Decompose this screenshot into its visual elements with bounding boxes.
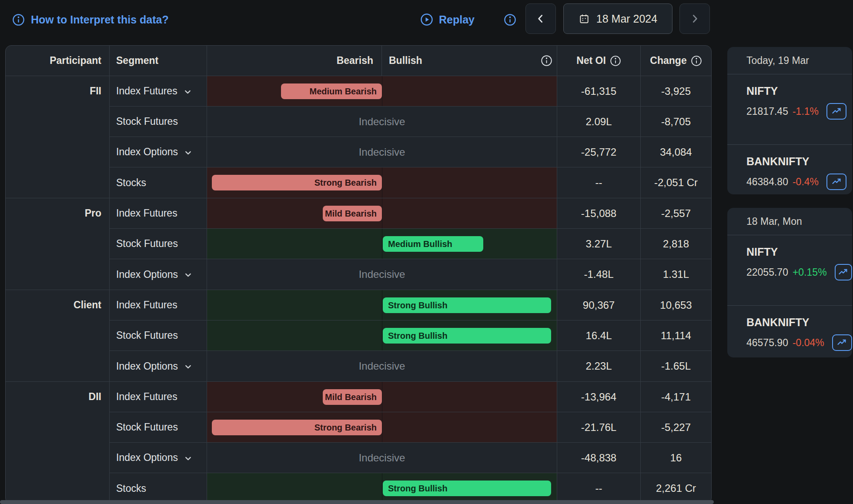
header-segment: Segment	[110, 46, 207, 76]
index-change: +0.15%	[793, 267, 827, 278]
net-oi-value: -13,964	[557, 382, 641, 412]
table-row: Index Futures Medium Bearish -61,315 -3,…	[110, 76, 711, 107]
how-to-interpret-label: How to Interpret this data?	[31, 13, 169, 26]
chevron-down-icon[interactable]	[184, 362, 193, 371]
net-oi-value: -48,838	[557, 443, 641, 473]
net-oi-value: --	[557, 167, 641, 198]
sentiment-bar-cell: Strong Bearish	[207, 412, 557, 442]
previous-day-button[interactable]	[525, 3, 556, 34]
sentiment-info-icon[interactable]	[541, 55, 552, 67]
chevron-down-icon[interactable]	[184, 148, 193, 157]
open-chart-button[interactable]	[835, 264, 852, 280]
index-name: NIFTY	[746, 246, 852, 258]
chevron-down-icon[interactable]	[184, 270, 193, 280]
market-snapshot-card-18-mar: 18 Mar, Mon NIFTY 22055.70 +0.15% BANKNI…	[727, 208, 852, 357]
change-value: -2,557	[641, 198, 711, 228]
participant-group-dii: DII Index Futures Mild Bearish -13,964 -…	[6, 382, 711, 504]
sentiment-bar-cell: Indecisive	[207, 351, 557, 381]
participant-group-pro: Pro Index Futures Mild Bearish -15,088 -…	[6, 198, 711, 290]
table-row: Index Futures Strong Bullish 90,367 10,6…	[110, 290, 711, 320]
next-day-button[interactable]	[679, 3, 710, 34]
segment-cell-stock-futures: Stock Futures	[110, 229, 207, 259]
change-value: -3,925	[641, 76, 711, 106]
sentiment-pill: Medium Bearish	[281, 83, 382, 99]
net-oi-value: -15,088	[557, 198, 641, 228]
sentiment-pill: Mild Bearish	[323, 389, 382, 405]
sentiment-pill: Strong Bearish	[212, 175, 382, 190]
open-chart-button[interactable]	[832, 334, 852, 351]
horizontal-scrollbar[interactable]	[0, 500, 714, 504]
segment-label: Index Options	[116, 360, 178, 372]
open-chart-button[interactable]	[826, 103, 846, 120]
replay-button[interactable]: Replay	[420, 0, 475, 39]
segment-label: Index Options	[116, 269, 178, 280]
date-info-icon[interactable]	[504, 0, 516, 39]
net-oi-info-icon[interactable]	[610, 55, 621, 67]
calendar-icon	[579, 13, 590, 24]
segment-cell-index-options[interactable]: Index Options	[110, 351, 207, 381]
header-bearish: Bearish	[207, 46, 382, 76]
chevron-down-icon[interactable]	[183, 87, 192, 97]
segment-cell-index-options[interactable]: Index Options	[110, 259, 207, 290]
net-oi-value: 2.09L	[557, 107, 641, 137]
net-oi-value: 16.4L	[557, 320, 641, 350]
segment-cell-stock-futures: Stock Futures	[110, 320, 207, 350]
header-net-oi-label: Net OI	[576, 55, 606, 67]
segment-cell-index-futures[interactable]: Index Futures	[110, 76, 207, 106]
change-value: 16	[641, 443, 711, 473]
index-value: 21817.45	[746, 106, 788, 117]
segment-cell-index-options[interactable]: Index Options	[110, 137, 207, 167]
net-oi-value: -61,315	[557, 76, 641, 106]
sentiment-pill: Strong Bearish	[212, 420, 382, 435]
sentiment-bar-cell: Indecisive	[207, 443, 557, 473]
header-bullish-label: Bullish	[389, 55, 422, 67]
date-label: 18 Mar 2024	[596, 13, 657, 25]
index-name: BANKNIFTY	[746, 155, 852, 168]
change-value: 11,114	[641, 320, 711, 350]
index-value: 46384.80	[746, 176, 788, 188]
index-section-banknifty: BANKNIFTY 46575.90 -0.04%	[727, 316, 852, 357]
header-change-label: Change	[650, 55, 686, 67]
index-change: -0.04%	[793, 337, 824, 349]
segment-cell-stock-futures: Stock Futures	[110, 107, 207, 137]
date-picker-button[interactable]: 18 Mar 2024	[563, 3, 672, 34]
chevron-down-icon[interactable]	[184, 454, 193, 463]
sentiment-bar-cell: Indecisive	[207, 259, 557, 290]
table-row: Index Options Indecisive 2.23L -1.65L	[110, 351, 711, 381]
sentiment-bar-cell: Strong Bullish	[207, 473, 557, 504]
segment-label: Stocks	[116, 483, 146, 494]
change-value: 34,084	[641, 137, 711, 167]
card-title: 18 Mar, Mon	[727, 208, 852, 235]
segment-label: Index Futures	[116, 391, 177, 403]
header-bullish: Bullish	[382, 46, 557, 76]
change-value: -2,051 Cr	[641, 167, 711, 198]
header-change: Change	[641, 46, 711, 76]
open-chart-button[interactable]	[826, 174, 846, 190]
segment-label: Stock Futures	[116, 421, 178, 433]
change-info-icon[interactable]	[691, 55, 702, 67]
table-row: Index Options Indecisive -1.48L 1.31L	[110, 259, 711, 290]
indecisive-label: Indecisive	[207, 107, 557, 137]
segment-cell-index-futures: Index Futures	[110, 198, 207, 228]
segment-label: Index Futures	[116, 85, 177, 97]
how-to-interpret-link[interactable]: How to Interpret this data?	[12, 0, 169, 39]
sentiment-bar-cell: Strong Bullish	[207, 320, 557, 350]
change-value: -1.65L	[641, 351, 711, 381]
sentiment-pill: Medium Bullish	[383, 236, 483, 252]
participant-label: Pro	[6, 198, 110, 290]
change-value: 2,818	[641, 229, 711, 259]
net-oi-value: -21.76L	[557, 412, 641, 442]
header-net-oi: Net OI	[557, 46, 641, 76]
change-value: 10,653	[641, 290, 711, 320]
segment-label: Stock Futures	[116, 330, 178, 341]
net-oi-value: -25,772	[557, 137, 641, 167]
chevron-left-icon	[535, 13, 546, 24]
segment-cell-index-options[interactable]: Index Options	[110, 443, 207, 473]
index-section-banknifty: BANKNIFTY 46384.80 -0.4%	[727, 155, 852, 194]
change-value: 1.31L	[641, 259, 711, 290]
segment-cell-stocks: Stocks	[110, 473, 207, 504]
segment-label: Index Options	[116, 452, 178, 464]
segment-cell-index-futures: Index Futures	[110, 290, 207, 320]
chevron-right-icon	[689, 13, 700, 24]
sentiment-bar-cell: Mild Bearish	[207, 382, 557, 412]
